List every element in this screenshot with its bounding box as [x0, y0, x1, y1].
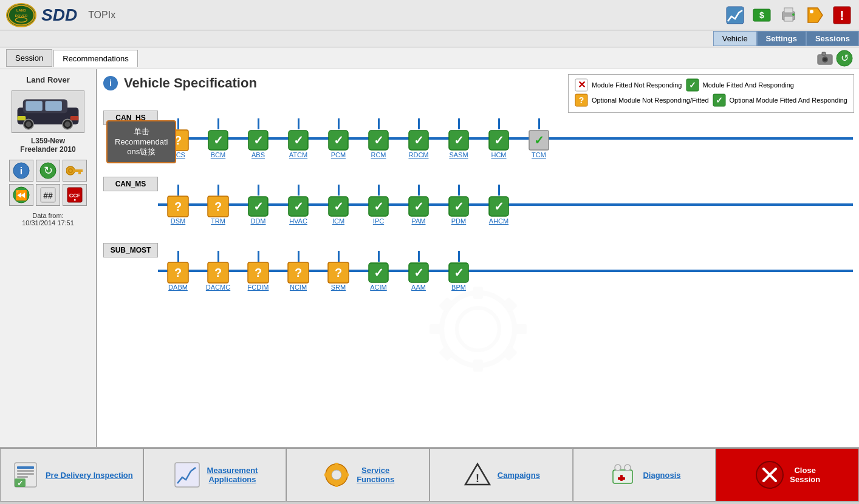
svg-text:✓: ✓ [374, 266, 384, 279]
recommendations-tab[interactable]: Recommendations [53, 50, 137, 67]
svg-rect-118 [439, 346, 454, 361]
node-bcm[interactable]: BCM [211, 151, 225, 158]
svg-rect-4 [727, 7, 744, 24]
node-icm[interactable]: ICM [332, 217, 344, 225]
svg-text:⏪: ⏪ [15, 189, 27, 201]
svg-text:✕: ✕ [577, 80, 585, 90]
node-abs[interactable]: ABS [252, 151, 265, 158]
settings-nav-btn[interactable]: Settings [757, 31, 806, 46]
svg-rect-115 [515, 324, 527, 334]
campaigns-label: Campaigns [498, 471, 540, 480]
close-session-btn[interactable]: Close Session [716, 448, 859, 502]
svg-text:?: ? [174, 200, 182, 213]
svg-text:✓: ✓ [534, 134, 544, 147]
node-srm[interactable]: SRM [331, 284, 346, 291]
legend-row-1: ✕ Module Fitted Not Responding ✓ Module … [575, 78, 847, 92]
node-hvac[interactable]: HVAC [289, 217, 307, 225]
node-pcm[interactable]: PCM [331, 151, 346, 158]
pre-delivery-icon: ✓ [10, 460, 41, 490]
session-tab[interactable]: Session [6, 49, 52, 67]
svg-text:●: ● [74, 197, 76, 202]
svg-rect-123 [17, 473, 34, 475]
node-tcm[interactable]: TCM [532, 151, 546, 158]
node-ncim[interactable]: NCIM [290, 284, 307, 291]
money-icon[interactable]: $ [751, 4, 773, 26]
node-sasm[interactable]: SASM [449, 151, 468, 158]
svg-text:!: ! [476, 472, 479, 485]
page-title: Vehicle Specification [124, 75, 257, 91]
node-pdm[interactable]: PDM [451, 217, 466, 225]
node-aam[interactable]: AAM [411, 284, 426, 291]
node-pam[interactable]: PAM [411, 217, 425, 225]
pre-delivery-btn[interactable]: ✓ Pre Delivery Inspection [0, 448, 143, 502]
hash-btn[interactable]: ## [36, 184, 60, 206]
svg-rect-24 [45, 101, 61, 111]
node-hcm[interactable]: HCM [491, 151, 506, 158]
refresh-btn[interactable]: ↻ [36, 160, 60, 182]
svg-point-28 [65, 121, 70, 127]
node-ddm[interactable]: DDM [250, 217, 265, 225]
svg-rect-113 [473, 359, 483, 372]
svg-text:✓: ✓ [374, 200, 384, 213]
graph-icon[interactable] [724, 4, 746, 26]
sidebar: Land Rover L359-New Freelander 2010 i [0, 69, 97, 447]
svg-text:?: ? [255, 266, 262, 279]
node-ahcm[interactable]: AHCM [489, 217, 508, 225]
svg-rect-122 [17, 470, 34, 472]
svg-point-12 [810, 10, 813, 13]
node-bpm[interactable]: BPM [451, 284, 466, 291]
service-functions-btn[interactable]: Service Functions [286, 448, 430, 502]
printer-icon[interactable] [778, 4, 799, 26]
svg-rect-23 [26, 101, 42, 111]
warning-icon[interactable]: ! [831, 4, 853, 26]
can-ms-label[interactable]: CAN_MS [103, 177, 158, 191]
sessions-nav-btn[interactable]: Sessions [806, 31, 859, 46]
tabs-row: Session Recommendations 单击 Recommendati … [0, 47, 859, 69]
node-dacmc[interactable]: DACMC [206, 284, 230, 291]
tag-icon[interactable] [804, 4, 826, 26]
rewind-btn[interactable]: ⏪ [9, 184, 33, 206]
svg-text:✓: ✓ [454, 134, 464, 147]
svg-text:✓: ✓ [253, 200, 264, 213]
svg-rect-37 [74, 169, 81, 172]
node-rdcm[interactable]: RDCM [409, 151, 429, 158]
svg-text:?: ? [295, 266, 302, 279]
svg-text:LAND: LAND [16, 9, 26, 12]
node-rcm[interactable]: RCM [371, 151, 386, 158]
svg-text:✓: ✓ [414, 134, 424, 147]
svg-rect-9 [784, 16, 793, 21]
logo-area: LAND ROVER SDD TOPIx [6, 3, 115, 27]
page-info-icon[interactable]: i [103, 76, 118, 90]
vehicle-nav-btn[interactable]: Vehicle [713, 31, 757, 46]
svg-rect-30 [70, 116, 79, 120]
legend-label-4: Optional Module Fitted And Responding [730, 97, 847, 104]
back-icon[interactable]: ↺ [836, 50, 853, 67]
close-session-label: Close Session [790, 466, 820, 484]
campaigns-btn[interactable]: ! Campaigns [430, 448, 573, 502]
camera-icon[interactable] [816, 50, 833, 67]
measurement-btn[interactable]: Measurement Applications [143, 448, 287, 502]
svg-text:✓: ✓ [293, 200, 304, 213]
tabs-icons-right: ↺ [816, 50, 853, 67]
svg-text:✓: ✓ [253, 134, 264, 147]
header-right: $ ! [724, 4, 853, 26]
node-fcdim[interactable]: FCDIM [248, 284, 269, 291]
sub-most-label[interactable]: SUB_MOST [103, 243, 158, 257]
node-acim[interactable]: ACIM [370, 284, 387, 291]
node-dabm[interactable]: DABM [168, 284, 188, 291]
bottom-toolbar: ✓ Pre Delivery Inspection Measurement Ap… [0, 447, 859, 502]
diagnosis-label: Diagnosis [643, 471, 680, 480]
svg-marker-11 [808, 8, 823, 22]
node-dsm[interactable]: DSM [171, 217, 185, 225]
node-trm[interactable]: TRM [211, 217, 225, 225]
svg-text:?: ? [335, 266, 342, 279]
ccf-btn[interactable]: CCF ● [63, 184, 87, 206]
key-btn[interactable] [63, 160, 87, 182]
svg-point-10 [792, 13, 795, 16]
svg-rect-18 [822, 52, 826, 55]
info-btn[interactable]: i [9, 160, 33, 182]
svg-rect-127 [175, 463, 199, 487]
diagnosis-btn[interactable]: Diagnosis [573, 448, 716, 502]
node-ipc[interactable]: IPC [373, 217, 384, 225]
node-atcm[interactable]: ATCM [289, 151, 307, 158]
